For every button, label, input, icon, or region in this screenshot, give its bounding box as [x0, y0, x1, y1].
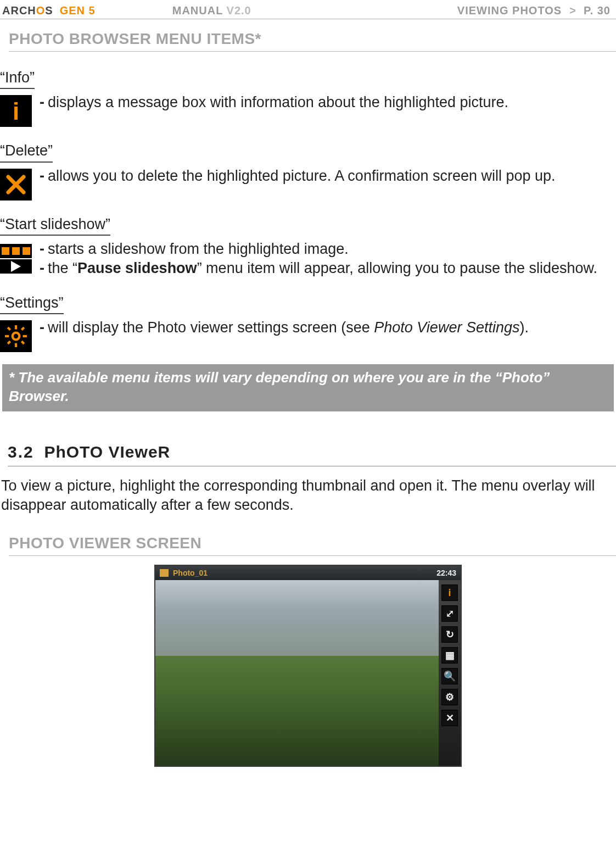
- section-photo-browser-menu-items: PHOTO BROWSER MENU ITEMS*: [9, 29, 616, 52]
- menu-item-settings-title: “Settings”: [0, 293, 64, 314]
- menu-item-delete-title: “Delete”: [0, 141, 53, 162]
- section-3-2-photo-viewer: 3.2 PhOTO VIeweR: [8, 441, 616, 466]
- section-title: PhOTO VIeweR: [44, 443, 170, 461]
- slideshow-icon: [0, 242, 32, 274]
- delete-line-1: - allows you to delete the highlighted p…: [40, 167, 612, 186]
- info-line-1: - displays a message box with informatio…: [40, 93, 612, 112]
- device-clock: 22:43: [436, 568, 456, 578]
- menu-item-slideshow-title: “Start slideshow”: [0, 215, 110, 236]
- settings-icon: [0, 320, 32, 352]
- device-screen: Photo_01 22:43 i ⤢ ↻ ▦ 🔍 ⚙ ✕: [154, 565, 462, 767]
- breadcrumb: VIEWING PHOTOS: [457, 3, 562, 18]
- delete-icon: [0, 169, 32, 201]
- svg-rect-8: [7, 341, 11, 344]
- slideshow-text-1: starts a slideshow from the highlighted …: [48, 240, 349, 259]
- toolbar-slideshow-icon[interactable]: ▦: [441, 647, 458, 664]
- bullet-dash: -: [40, 259, 44, 278]
- settings-description: - will display the Photo viewer settings…: [40, 319, 616, 338]
- pause-slideshow-label: Pause slideshow: [77, 260, 197, 276]
- page-header: ARCHOS GEN 5 MANUAL V2.0 VIEWING PHOTOS …: [0, 0, 616, 19]
- device-right-toolbar: i ⤢ ↻ ▦ 🔍 ⚙ ✕: [439, 580, 461, 766]
- photo-viewer-settings-link: Photo Viewer Settings: [374, 319, 519, 336]
- device-title: Photo_01: [173, 568, 208, 578]
- manual-word: MANUAL: [172, 4, 223, 16]
- info-icon: [0, 95, 32, 127]
- bullet-dash: -: [40, 93, 44, 112]
- slideshow-line-1: - starts a slideshow from the highlighte…: [40, 240, 612, 259]
- folder-icon: [160, 569, 169, 577]
- svg-rect-4: [23, 335, 27, 337]
- menu-item-info-title: “Info”: [0, 68, 35, 89]
- toolbar-rotate-icon[interactable]: ↻: [441, 626, 458, 643]
- slideshow-post: ” menu item will appear, allowing you to…: [197, 260, 597, 276]
- slideshow-text-2: the “Pause slideshow” menu item will app…: [48, 259, 597, 278]
- brand-o: O: [36, 4, 46, 16]
- photo-viewer-screenshot: Photo_01 22:43 i ⤢ ↻ ▦ 🔍 ⚙ ✕: [0, 565, 616, 767]
- bullet-dash: -: [40, 319, 44, 337]
- gen-label: GEN 5: [60, 3, 96, 18]
- settings-text: will display the Photo viewer settings s…: [48, 319, 529, 337]
- menu-item-settings: - will display the Photo viewer settings…: [0, 319, 616, 352]
- section-number: 3.2: [8, 443, 34, 461]
- footnote-box: * The available menu items will vary dep…: [2, 364, 614, 411]
- svg-rect-1: [15, 325, 17, 329]
- svg-rect-2: [15, 343, 17, 347]
- toolbar-info-icon[interactable]: i: [441, 584, 458, 601]
- toolbar-search-icon[interactable]: 🔍: [441, 668, 458, 684]
- page-number: P. 30: [584, 3, 611, 18]
- device-top-bar: Photo_01 22:43: [155, 566, 461, 580]
- slideshow-pre: the “: [48, 260, 77, 276]
- info-description: - displays a message box with informatio…: [40, 93, 616, 113]
- manual-label: MANUAL V2.0: [172, 3, 251, 18]
- svg-point-0: [13, 333, 20, 340]
- brand-logo: ARCHOS: [2, 3, 53, 18]
- brand-suffix: S: [45, 4, 53, 16]
- svg-rect-6: [21, 341, 25, 344]
- svg-rect-5: [7, 327, 11, 331]
- chevron-right-icon: >: [569, 3, 576, 18]
- settings-pre: will display the Photo viewer settings s…: [48, 319, 374, 336]
- delete-description: - allows you to delete the highlighted p…: [40, 167, 616, 187]
- bullet-dash: -: [40, 167, 44, 186]
- brand-prefix: ARCH: [2, 4, 36, 16]
- manual-version: V2.0: [227, 4, 251, 16]
- bullet-dash: -: [40, 240, 44, 259]
- header-right: VIEWING PHOTOS > P. 30: [457, 3, 611, 18]
- menu-item-info: - displays a message box with informatio…: [0, 93, 616, 127]
- menu-item-delete: - allows you to delete the highlighted p…: [0, 167, 616, 201]
- slideshow-line-2: - the “Pause slideshow” menu item will a…: [40, 259, 612, 278]
- photo-viewer-paragraph: To view a picture, highlight the corresp…: [1, 476, 614, 515]
- menu-item-slideshow: - starts a slideshow from the highlighte…: [0, 240, 616, 280]
- photo-ground: [155, 656, 461, 766]
- toolbar-settings-icon[interactable]: ⚙: [441, 689, 458, 705]
- delete-text: allows you to delete the highlighted pic…: [48, 167, 556, 186]
- section-photo-viewer-screen: PHOTO VIEWER SCREEN: [9, 533, 616, 556]
- svg-rect-3: [5, 335, 9, 337]
- info-text: displays a message box with information …: [48, 93, 508, 112]
- slideshow-description: - starts a slideshow from the highlighte…: [40, 240, 616, 280]
- toolbar-zoom-icon[interactable]: ⤢: [441, 605, 458, 622]
- toolbar-close-icon[interactable]: ✕: [441, 710, 458, 726]
- settings-post: ).: [519, 319, 529, 336]
- settings-line-1: - will display the Photo viewer settings…: [40, 319, 612, 337]
- svg-rect-7: [21, 327, 25, 331]
